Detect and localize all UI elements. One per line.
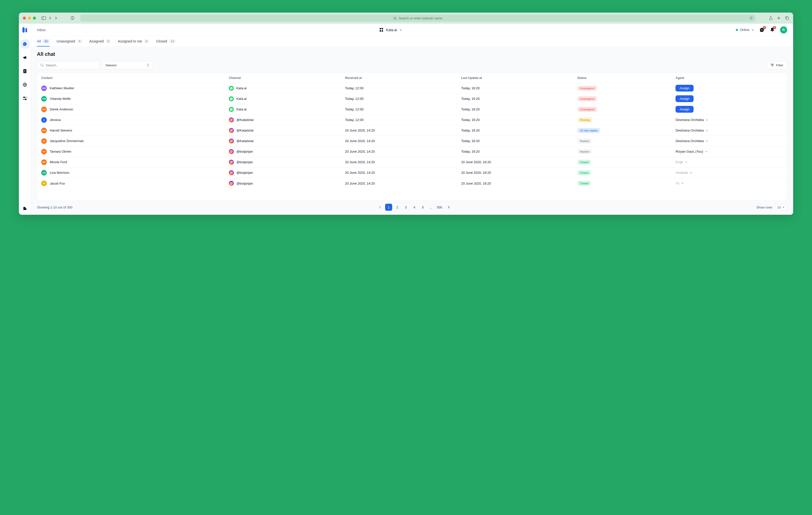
sidebar-item-inbox[interactable] [20,39,29,49]
sort-select[interactable]: Newest [102,61,153,69]
table-row[interactable]: JF Jacob Fox @botjanjan 20 June 2020, 14… [37,178,787,189]
window-maximize-icon[interactable] [33,17,36,20]
sidebar-item-web[interactable] [20,80,29,89]
table-row[interactable]: MF Minnie Ford @botjanjan 20 June 2020, … [37,157,787,168]
page-3[interactable]: 3 [402,204,409,211]
status-badge: 10 new replies [577,128,600,133]
contact-cell: HS Harold Stevens [41,128,229,133]
instagram-icon [229,128,234,133]
messages-button[interactable]: 8 [759,27,764,32]
assign-button[interactable]: Assign [675,106,693,113]
workspace-switcher[interactable]: Kata.ai [50,28,732,32]
agent-select[interactable]: Tri [675,181,684,185]
show-rows-label: Show rows [756,205,773,209]
agent-cell: Emje [675,160,783,164]
tab-unassigned[interactable]: Unassigned5 [57,36,82,47]
contact-name: Harold Stevens [50,128,72,132]
agent-select[interactable]: Destriana Orchidea [675,139,708,143]
agent-cell: Assign [675,106,783,113]
window-minimize-icon[interactable] [28,17,31,20]
received-at: Today, 12:00 [345,107,461,111]
browser-nav [41,16,57,20]
svg-point-22 [762,29,763,30]
channel-cell: @Katadotai [229,139,345,144]
chevron-down-icon [705,150,708,153]
table-row[interactable]: J Jessica @Katadotai Today, 12:00 Today,… [37,115,787,125]
sidebar-item-broadcast[interactable] [20,53,29,62]
sidebar-item-contacts[interactable] [20,67,29,76]
sidebar-item-library[interactable] [20,204,29,213]
table-row[interactable]: LM Lisa Morrison @botjanjan 20 June 2020… [37,168,787,178]
received-at: Today, 12:00 [345,118,461,122]
col-agent: Agent [675,76,783,80]
channel-name: @Katadotai [236,128,253,132]
notifications-button[interactable]: 8 [770,27,775,32]
chevron-down-icon [690,172,692,174]
tab-label: Closed [156,39,167,43]
rows-select[interactable]: 10 [775,204,787,210]
shield-icon[interactable] [70,16,74,20]
assign-button[interactable]: Assign [675,95,693,102]
table-row[interactable]: HS Harold Stevens @Katadotai 20 June 202… [37,125,787,136]
page-1[interactable]: 1 [385,204,392,211]
assign-button[interactable]: Assign [675,85,693,91]
page-2[interactable]: 2 [394,204,401,211]
page-300[interactable]: 300 [435,204,444,211]
tab-all[interactable]: All42 [37,36,50,47]
svg-line-24 [43,66,44,67]
table-row[interactable]: DA Derek Anderson Kata.ai Today, 12:00 T… [37,104,787,115]
sort-icon [147,63,149,67]
table-row[interactable]: KM Kathleen Mueller Kata.ai Today, 12:00… [37,83,787,93]
share-icon[interactable] [769,16,773,20]
notifications-badge: 8 [773,26,776,29]
traffic-lights [23,17,36,20]
contact-cell: JZ Jacqueline Zimmerman [41,138,229,144]
svg-line-4 [396,19,397,19]
agent-name: Destriana Orchidea [675,118,704,122]
contact-avatar: YW [41,96,47,102]
tab-closed[interactable]: Closed12 [156,36,176,47]
nav-forward-icon[interactable] [55,16,57,20]
agent-select[interactable]: Emje [675,160,688,164]
agent-name: Rizyan Gaut..(You) [675,150,703,153]
contact-icon [23,69,27,74]
page-next[interactable] [445,204,452,211]
agent-select[interactable]: Amanda [675,171,692,174]
new-tab-icon[interactable] [777,16,781,20]
table-row[interactable]: JZ Jacqueline Zimmerman @Katadotai 20 Ju… [37,136,787,146]
tab-count: 5 [106,39,111,43]
filter-button[interactable]: Filter [767,61,787,69]
agent-select[interactable]: Destriana Orchidea [675,118,708,122]
tabs-icon[interactable] [785,16,789,20]
table-row[interactable]: YW Yolanda Wolfe Kata.ai Today, 12:00 To… [37,93,787,104]
address-bar[interactable]: Search or enter website name [80,15,755,22]
page-4[interactable]: 4 [411,204,418,211]
agent-select[interactable]: Rizyan Gaut..(You) [675,150,707,153]
online-status[interactable]: Online [736,28,754,32]
reload-icon[interactable] [749,16,753,20]
contact-name: Jacqueline Zimmerman [50,139,84,143]
tab-count: 42 [43,39,50,43]
user-avatar[interactable]: R [780,26,787,33]
updated-at: Today, 16:20 [461,97,577,101]
window-close-icon[interactable] [23,17,26,20]
sort-value: Newest [106,63,116,67]
page-title: All chat [37,51,787,57]
filter-label: Filter [776,63,783,67]
search-input[interactable] [37,61,100,69]
agent-select[interactable]: Destriana Orchidea [675,128,708,132]
tab-assigned[interactable]: Assigned5 [89,36,111,47]
page-prev[interactable] [377,204,384,211]
sidebar-item-settings[interactable] [20,94,29,103]
channel-name: Kata.ai [236,97,246,101]
tab-count: 5 [144,39,149,43]
table-row[interactable]: TO Tamara Obrien @botjanjan 20 June 2020… [37,146,787,157]
agent-cell: Assign [675,85,783,91]
tab-assigned-to-me[interactable]: Assigned to me5 [118,36,149,47]
search-icon [40,63,44,67]
contact-avatar: LM [41,170,47,175]
search-field[interactable] [46,63,96,67]
page-5[interactable]: 5 [419,204,426,211]
sidebar-toggle-icon[interactable] [41,16,46,20]
nav-back-icon[interactable] [49,16,52,20]
